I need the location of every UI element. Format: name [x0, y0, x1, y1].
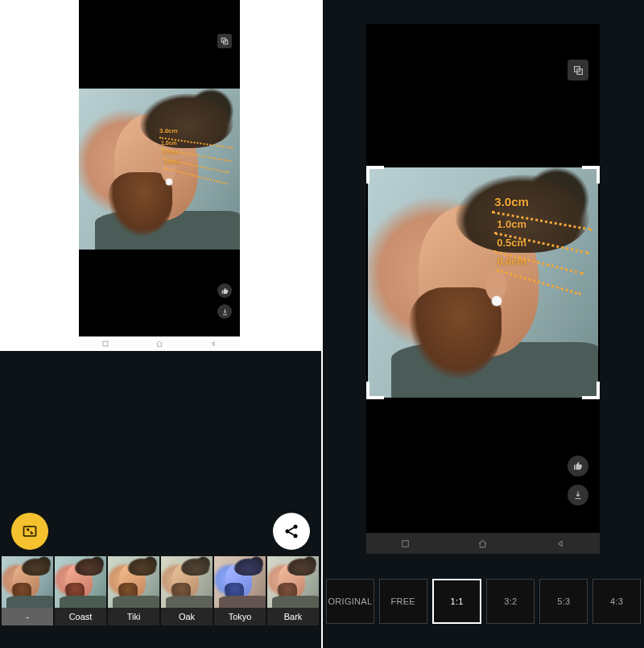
- filter-tiki[interactable]: Tiki: [108, 556, 159, 625]
- filter-label: -: [2, 608, 53, 625]
- filter-thumbnail: [267, 556, 319, 608]
- filter-strip[interactable]: -CoastTikiOakTokyoBark: [0, 556, 321, 625]
- back-icon[interactable]: [209, 340, 217, 348]
- compare-button[interactable]: [217, 34, 232, 48]
- right-panel: 3.0cm 1.0cm 0.5cm 0.0cm ORIGINALFREE1:13…: [323, 0, 644, 648]
- recent-apps-icon[interactable]: [101, 340, 109, 348]
- ratio-free[interactable]: FREE: [379, 579, 427, 624]
- svg-rect-3: [24, 526, 36, 536]
- filter-thumbnail: [214, 556, 266, 608]
- ratio-3-2[interactable]: 3:2: [486, 579, 535, 624]
- filter-label: Coast: [55, 608, 106, 625]
- aspect-ratio-icon: [22, 523, 38, 539]
- filter-label: Tiki: [108, 608, 159, 625]
- measure-1-big: 1.0cm: [497, 218, 526, 230]
- like-button[interactable]: [217, 283, 232, 298]
- measure-1: 1.0cm: [161, 140, 177, 146]
- home-icon[interactable]: [155, 340, 163, 348]
- filter-tokyo[interactable]: Tokyo: [214, 556, 266, 625]
- compare-button-right[interactable]: [568, 60, 588, 80]
- filter-bark[interactable]: Bark: [267, 556, 319, 625]
- filter-thumbnail: [108, 556, 159, 608]
- recent-apps-icon[interactable]: [400, 539, 411, 549]
- left-panel: 3.0cm 1.0cm 0.5cm 0.0cm: [0, 0, 321, 648]
- download-button[interactable]: [217, 304, 232, 319]
- share-icon: [283, 523, 299, 539]
- svg-point-4: [294, 525, 298, 529]
- download-icon: [221, 308, 229, 316]
- crop-handle-tr[interactable]: [582, 166, 600, 184]
- crop-handle-bl[interactable]: [366, 382, 384, 399]
- svg-rect-9: [402, 540, 409, 547]
- ratio-original[interactable]: ORIGINAL: [326, 579, 374, 624]
- crop-frame[interactable]: 3.0cm 1.0cm 0.5cm 0.0cm: [368, 167, 598, 398]
- filter--[interactable]: -: [2, 556, 53, 625]
- crop-handle-br[interactable]: [582, 382, 600, 399]
- filter-thumbnail: [161, 556, 213, 608]
- filter-label: Tokyo: [214, 608, 266, 625]
- thumbs-up-icon: [221, 287, 229, 295]
- download-button-right[interactable]: [568, 485, 588, 506]
- ratio-5-3[interactable]: 5:3: [539, 579, 588, 624]
- measure-0: 3.0cm: [159, 127, 178, 134]
- filter-label: Oak: [161, 608, 213, 625]
- compare-icon: [573, 65, 584, 76]
- edited-photo[interactable]: 3.0cm 1.0cm 0.5cm 0.0cm: [79, 89, 240, 250]
- measure-0-big: 3.0cm: [494, 195, 529, 208]
- filter-thumbnail: [2, 556, 53, 608]
- like-button-right[interactable]: [568, 456, 588, 477]
- svg-point-5: [286, 530, 290, 534]
- thumbs-up-icon: [573, 461, 583, 471]
- phone-mock: 3.0cm 1.0cm 0.5cm 0.0cm: [79, 0, 240, 351]
- filter-thumbnail: [55, 556, 106, 608]
- android-nav-bar: [79, 336, 240, 351]
- ratio-4-3[interactable]: 4:3: [592, 579, 641, 624]
- filter-coast[interactable]: Coast: [55, 556, 106, 625]
- svg-rect-2: [103, 341, 108, 346]
- crop-handle-tl[interactable]: [366, 166, 384, 184]
- home-icon[interactable]: [477, 539, 488, 549]
- compare-icon: [221, 37, 229, 45]
- android-nav-bar-right: [366, 533, 600, 554]
- download-icon: [573, 490, 583, 500]
- share-fab[interactable]: [273, 513, 310, 550]
- ratio-1-1[interactable]: 1:1: [432, 579, 482, 624]
- aspect-fab[interactable]: [11, 513, 48, 550]
- back-icon[interactable]: [555, 539, 566, 549]
- filter-label: Bark: [267, 608, 319, 625]
- phone-viewport: 3.0cm 1.0cm 0.5cm 0.0cm: [79, 0, 240, 336]
- ratio-strip[interactable]: ORIGINALFREE1:13:25:34:3: [323, 579, 644, 624]
- svg-point-6: [294, 534, 298, 538]
- filter-oak[interactable]: Oak: [161, 556, 213, 625]
